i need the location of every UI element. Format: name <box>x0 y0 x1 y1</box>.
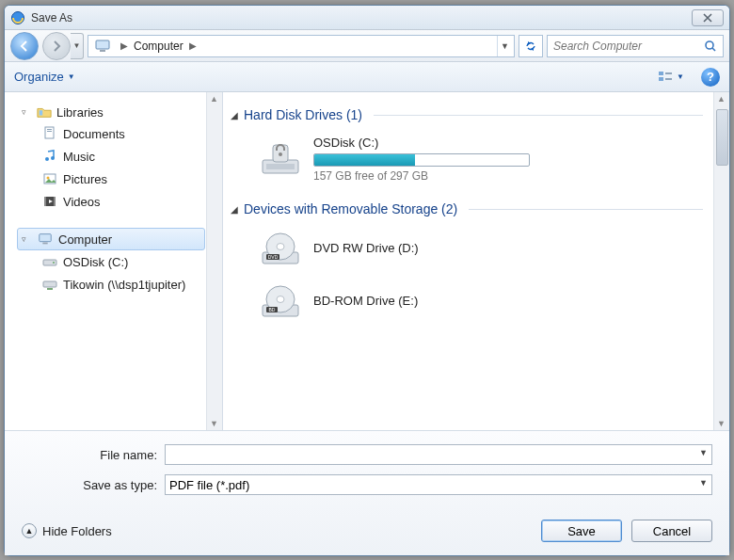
dvd-drive-icon: DVD <box>259 230 302 269</box>
svg-rect-18 <box>54 197 56 206</box>
tree-node-libraries[interactable]: ▿ Libraries <box>22 102 205 122</box>
tree-item-videos[interactable]: Videos <box>42 190 205 213</box>
svg-point-35 <box>277 296 284 303</box>
computer-icon <box>38 232 53 247</box>
collapse-icon[interactable]: ◢ <box>231 110 238 120</box>
drive-name: BD-ROM Drive (E:) <box>313 294 418 308</box>
file-list-pane: ◢ Hard Disk Drives (1) OSDisk (C:) <box>223 92 729 430</box>
network-drive-icon <box>42 277 57 292</box>
drive-icon <box>42 254 57 269</box>
forward-button[interactable] <box>42 32 71 60</box>
toolbar: Organize ▼ ▼ ? <box>5 62 729 92</box>
storage-bar <box>313 153 530 167</box>
svg-rect-1 <box>96 40 109 49</box>
music-icon <box>42 149 57 164</box>
collapse-icon[interactable]: ▿ <box>22 107 32 117</box>
libraries-icon <box>37 104 52 120</box>
svg-rect-8 <box>40 110 43 115</box>
window-title: Save As <box>31 11 692 24</box>
svg-rect-23 <box>43 281 56 287</box>
chevron-down-icon: ▼ <box>68 72 75 81</box>
organize-menu[interactable]: Organize ▼ <box>14 70 75 84</box>
drive-name: DVD RW Drive (D:) <box>313 241 419 255</box>
svg-rect-6 <box>665 72 672 74</box>
chevron-down-icon: ▼ <box>677 72 684 81</box>
group-header-hdd[interactable]: ◢ Hard Disk Drives (1) <box>231 107 722 122</box>
svg-point-30 <box>277 244 284 250</box>
breadcrumb-dropdown[interactable]: ▼ <box>497 36 512 56</box>
sidebar-scrollbar[interactable] <box>206 92 222 430</box>
drive-name: OSDisk (C:) <box>313 136 530 150</box>
computer-icon <box>94 38 111 55</box>
svg-text:DVD: DVD <box>268 254 279 260</box>
nav-tree: ▿ Libraries Documents Music <box>5 92 223 430</box>
collapse-icon[interactable]: ▿ <box>22 234 32 244</box>
back-button[interactable] <box>10 32 39 60</box>
tree-node-computer[interactable]: ▿ Computer <box>17 228 205 250</box>
drive-bd[interactable]: BD BD-ROM Drive (E:) <box>231 279 722 331</box>
refresh-button[interactable] <box>519 35 543 57</box>
drive-dvd[interactable]: DVD DVD RW Drive (D:) <box>231 226 722 279</box>
pictures-icon <box>42 171 57 186</box>
dialog-footer: File name: Save as type: ▲ Hide Folders … <box>5 430 729 555</box>
main-scrollbar[interactable] <box>713 92 729 430</box>
tree-group-libraries: ▿ Libraries Documents Music <box>5 102 205 213</box>
bd-drive-icon: BD <box>259 282 302 322</box>
svg-point-12 <box>45 157 49 161</box>
tree-group-computer: ▿ Computer OSDisk (C:) Tikowin (\\dsp1tj… <box>5 228 205 296</box>
breadcrumb-location[interactable]: Computer <box>134 40 184 53</box>
titlebar: Save As <box>5 6 729 30</box>
drive-osdisk[interactable]: OSDisk (C:) 157 GB free of 297 GB <box>231 132 722 192</box>
save-as-type-select[interactable] <box>165 474 712 495</box>
svg-rect-2 <box>100 50 105 52</box>
help-button[interactable]: ? <box>701 68 720 87</box>
group-header-removable[interactable]: ◢ Devices with Removable Storage (2) <box>231 201 722 216</box>
view-icon <box>657 69 674 86</box>
hide-folders-toggle[interactable]: ▲ Hide Folders <box>22 523 112 538</box>
close-button[interactable] <box>692 9 724 26</box>
svg-rect-19 <box>40 234 51 242</box>
tree-item-osdisk[interactable]: OSDisk (C:) <box>42 250 205 273</box>
svg-rect-5 <box>659 77 663 81</box>
search-input[interactable] <box>553 40 704 53</box>
svg-rect-4 <box>659 72 663 75</box>
tree-item-documents[interactable]: Documents <box>42 122 205 145</box>
svg-rect-7 <box>665 78 672 80</box>
svg-point-3 <box>706 41 713 49</box>
svg-rect-20 <box>42 243 47 245</box>
collapse-icon[interactable]: ◢ <box>231 204 238 215</box>
svg-text:BD: BD <box>269 307 276 312</box>
videos-icon <box>42 194 57 209</box>
dialog-body: ▿ Libraries Documents Music <box>5 92 729 430</box>
chevron-up-icon: ▲ <box>22 523 37 538</box>
breadcrumb-separator: ▶ <box>115 40 134 51</box>
save-as-type-label: Save as type: <box>22 478 165 492</box>
nav-bar: ▼ ▶ Computer ▶ ▼ <box>5 30 729 62</box>
cancel-button[interactable]: Cancel <box>631 520 712 542</box>
svg-rect-25 <box>266 164 295 169</box>
tree-item-music[interactable]: Music <box>42 145 205 168</box>
filename-input[interactable] <box>165 444 712 465</box>
svg-rect-17 <box>44 197 46 206</box>
ie-icon <box>10 10 25 25</box>
search-icon <box>704 40 717 53</box>
storage-free-text: 157 GB free of 297 GB <box>313 169 530 183</box>
save-as-dialog: Save As ▼ ▶ Computer ▶ ▼ <box>4 5 730 556</box>
breadcrumb[interactable]: ▶ Computer ▶ ▼ <box>88 35 515 57</box>
svg-rect-11 <box>47 131 52 132</box>
svg-point-13 <box>51 156 55 160</box>
documents-icon <box>42 126 57 141</box>
svg-point-27 <box>279 152 282 156</box>
svg-point-22 <box>53 262 55 264</box>
locked-drive-icon <box>259 139 302 179</box>
svg-rect-10 <box>47 129 52 130</box>
search-box[interactable] <box>547 35 724 57</box>
view-options-button[interactable]: ▼ <box>657 69 684 86</box>
breadcrumb-separator[interactable]: ▶ <box>184 40 202 51</box>
filename-label: File name: <box>22 448 165 462</box>
svg-rect-9 <box>45 127 54 138</box>
nav-history-dropdown[interactable]: ▼ <box>71 33 84 59</box>
save-button[interactable]: Save <box>541 520 622 542</box>
tree-item-pictures[interactable]: Pictures <box>42 168 205 190</box>
tree-item-tikowin[interactable]: Tikowin (\\dsp1tjupiter) <box>42 273 205 296</box>
